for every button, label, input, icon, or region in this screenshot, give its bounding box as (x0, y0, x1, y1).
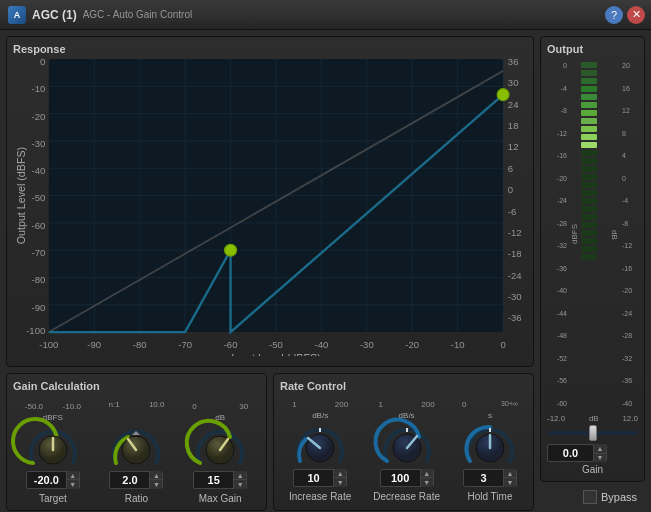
max-gain-scale: 0 30 (192, 402, 248, 411)
svg-rect-82 (581, 102, 597, 108)
hold-time-up[interactable]: ▲ (504, 469, 516, 479)
max-gain-spinbox[interactable]: 15 ▲ ▼ (193, 471, 247, 489)
svg-text:Output Level (dBFS): Output Level (dBFS) (15, 147, 27, 244)
bypass-checkbox[interactable] (583, 490, 597, 504)
target-up[interactable]: ▲ (67, 471, 79, 481)
max-gain-value: 15 (194, 474, 233, 486)
max-gain-knob[interactable] (192, 425, 248, 469)
ratio-spinbox[interactable]: 2.0 ▲ ▼ (109, 471, 163, 489)
max-gain-up[interactable]: ▲ (234, 471, 246, 481)
svg-rect-88 (581, 150, 597, 156)
svg-rect-81 (581, 94, 597, 100)
decrease-rate-arrows[interactable]: ▲ ▼ (420, 469, 433, 487)
increase-rate-min: 1 (292, 400, 296, 409)
response-chart: 0 -10 -20 -30 -40 -50 -60 -70 -80 -90 -1… (13, 59, 527, 356)
increase-rate-spinbox[interactable]: 10 ▲ ▼ (293, 469, 347, 487)
increase-rate-knob[interactable] (292, 423, 348, 467)
vu-bars (580, 61, 609, 408)
ratio-knob[interactable] (108, 425, 164, 469)
vu-right-labels: 20 16 12 8 4 0 -4 -8 -12 -16 -20 -24 -28… (620, 61, 638, 408)
max-gain-down[interactable]: ▼ (234, 480, 246, 489)
svg-rect-97 (581, 222, 597, 228)
gain-db-label: dB (589, 414, 599, 423)
decrease-rate-knob[interactable] (379, 423, 435, 467)
decrease-rate-spinbox[interactable]: 100 ▲ ▼ (380, 469, 434, 487)
gain-down[interactable]: ▼ (594, 454, 606, 463)
svg-text:-20: -20 (405, 339, 419, 350)
svg-rect-86 (581, 134, 597, 140)
ratio-knob-svg (108, 425, 164, 469)
max-gain-knob-svg (192, 425, 248, 469)
increase-rate-scale: 1 200 (292, 400, 348, 409)
hold-time-scale: 0 30+∞ (462, 400, 518, 409)
decrease-rate-up[interactable]: ▲ (421, 469, 433, 479)
svg-point-21 (225, 244, 237, 256)
svg-rect-78 (581, 70, 597, 76)
target-knob[interactable] (25, 425, 81, 469)
decrease-rate-down[interactable]: ▼ (421, 478, 433, 487)
svg-rect-98 (581, 230, 597, 236)
increase-rate-up[interactable]: ▲ (334, 469, 346, 479)
gain-slider-track-container[interactable] (547, 425, 638, 441)
svg-rect-90 (581, 166, 597, 172)
db-axis-label: dB (610, 61, 619, 408)
gain-calc-title: Gain Calculation (13, 380, 260, 392)
help-button[interactable]: ? (605, 6, 623, 24)
decrease-rate-max: 200 (421, 400, 434, 409)
bottom-row: Gain Calculation -50.0 -10.0 dBFS (6, 373, 534, 511)
hold-time-arrows[interactable]: ▲ ▼ (503, 469, 516, 487)
gain-output-label: Gain (547, 464, 638, 475)
gain-up[interactable]: ▲ (594, 444, 606, 454)
decrease-rate-scale: 1 200 (379, 400, 435, 409)
svg-rect-101 (581, 254, 597, 260)
title-buttons: ? ✕ (605, 6, 645, 24)
svg-text:-80: -80 (31, 274, 45, 285)
decrease-rate-min: 1 (379, 400, 383, 409)
gain-calc-panel: Gain Calculation -50.0 -10.0 dBFS (6, 373, 267, 511)
close-button[interactable]: ✕ (627, 6, 645, 24)
hold-time-down[interactable]: ▼ (504, 478, 516, 487)
vu-left-labels: 0 -4 -8 -12 -16 -20 -24 -28 -32 -36 -40 … (547, 61, 569, 408)
right-column: Output 0 -4 -8 -12 -16 -20 -24 -28 -32 -… (540, 36, 645, 506)
svg-rect-93 (581, 190, 597, 196)
increase-rate-down[interactable]: ▼ (334, 478, 346, 487)
gain-spinbox-row: 0.0 ▲ ▼ (547, 444, 638, 462)
svg-text:-24: -24 (508, 270, 523, 281)
target-spinbox[interactable]: -20.0 ▲ ▼ (26, 471, 80, 489)
increase-rate-arrows[interactable]: ▲ ▼ (333, 469, 346, 487)
max-gain-scale-max: 30 (239, 402, 248, 411)
hold-time-unit: s (488, 411, 492, 420)
gain-arrows[interactable]: ▲ ▼ (593, 444, 606, 462)
increase-rate-unit: dB/s (312, 411, 328, 420)
ratio-arrows[interactable]: ▲ ▼ (149, 471, 162, 489)
gain-slider-thumb[interactable] (589, 425, 597, 441)
ratio-scale-min: n:1 (108, 400, 119, 409)
increase-rate-label: Increase Rate (289, 491, 351, 502)
target-down[interactable]: ▼ (67, 480, 79, 489)
svg-text:18: 18 (508, 120, 519, 131)
hold-time-spinbox[interactable]: 3 ▲ ▼ (463, 469, 517, 487)
gain-spinbox[interactable]: 0.0 ▲ ▼ (547, 444, 607, 462)
rate-control-panel: Rate Control 1 200 dB/s (273, 373, 534, 511)
svg-text:-80: -80 (133, 339, 147, 350)
left-panel: Response (6, 36, 534, 506)
svg-text:0: 0 (40, 59, 45, 67)
ratio-down[interactable]: ▼ (150, 480, 162, 489)
gain-min-label: -12.0 (547, 414, 565, 423)
target-arrows[interactable]: ▲ ▼ (66, 471, 79, 489)
hold-time-knob[interactable] (462, 423, 518, 467)
svg-rect-96 (581, 214, 597, 220)
ratio-up[interactable]: ▲ (150, 471, 162, 481)
title-bar: A AGC (1) AGC - Auto Gain Control ? ✕ (0, 0, 651, 30)
output-title: Output (547, 43, 638, 55)
svg-text:-12: -12 (508, 227, 522, 238)
decrease-rate-knob-svg (379, 423, 435, 467)
svg-text:24: 24 (508, 99, 519, 110)
max-gain-arrows[interactable]: ▲ ▼ (233, 471, 246, 489)
increase-rate-knob-svg (292, 423, 348, 467)
dbfs-label: dBFS (570, 224, 579, 244)
decrease-rate-group: 1 200 dB/s (373, 400, 440, 502)
svg-text:36: 36 (508, 59, 519, 67)
svg-text:-10: -10 (451, 339, 465, 350)
svg-text:-70: -70 (31, 247, 45, 258)
